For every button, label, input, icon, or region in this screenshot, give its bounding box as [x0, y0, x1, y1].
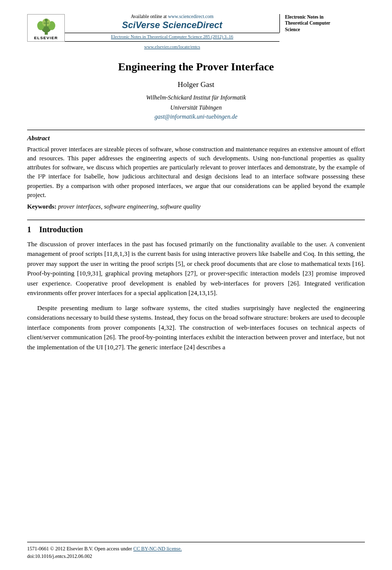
- footer-copyright: © 2012 Elsevier B.V. Open access under: [50, 546, 132, 551]
- section-title-introduction: 1 Introduction: [27, 225, 365, 234]
- section-introduction: 1 Introduction The discussion of prover …: [27, 220, 365, 352]
- header: ELSEVIER Available online at www.science…: [27, 14, 365, 49]
- sciverse-title: SciVerse ScienceDirect: [122, 20, 222, 31]
- abstract-text: Practical prover interfaces are sizeable…: [27, 145, 365, 200]
- journal-title: Electronic Notes inTheoretical ComputerS…: [285, 14, 365, 33]
- elsevier-tree-icon: [34, 17, 59, 36]
- section-number: 1: [27, 225, 31, 234]
- paper-email: gast@informatik.uni-tuebingen.de: [27, 113, 365, 121]
- keywords-line: Keywords: prover interfaces, software en…: [27, 203, 365, 211]
- intro-paragraph-2: Despite presenting medium to large softw…: [27, 303, 365, 352]
- svg-point-5: [45, 19, 48, 22]
- footer: 1571-0661 © 2012 Elsevier B.V. Open acce…: [27, 542, 365, 560]
- keywords-text: prover interfaces, software engineering,…: [58, 203, 201, 210]
- paper-title-section: Engineering the Prover Interface Holger …: [27, 60, 365, 121]
- journal-line: Electronic Notes in Theoretical Computer…: [111, 34, 233, 39]
- footer-license-link[interactable]: CC BY-NC-ND license.: [133, 546, 181, 551]
- paper-author: Holger Gast: [27, 80, 365, 89]
- abstract-title: Abstract: [27, 134, 365, 142]
- header-center: Available online at www.sciencedirect.co…: [65, 14, 279, 49]
- paper-affiliation-line2: Universität Tübingen: [27, 103, 365, 112]
- section-title-text: Introduction: [39, 225, 83, 234]
- sciencedirect-link[interactable]: www.sciencedirect.com: [168, 14, 214, 19]
- elsevier-logo: ELSEVIER: [27, 14, 65, 42]
- available-online-text: Available online at www.sciencedirect.co…: [131, 14, 214, 19]
- abstract-section: Abstract Practical prover interfaces are…: [27, 130, 365, 211]
- keywords-label: Keywords:: [27, 203, 56, 210]
- paper-title: Engineering the Prover Interface: [27, 60, 365, 73]
- header-right: Electronic Notes inTheoretical ComputerS…: [279, 14, 365, 33]
- paper-affiliation-line1: Wilhelm-Schickard Institut für Informati…: [27, 93, 365, 102]
- intro-paragraph-1: The discussion of prover interfaces in t…: [27, 239, 365, 298]
- page: ELSEVIER Available online at www.science…: [0, 0, 392, 570]
- footer-issn: 1571-0661: [27, 546, 49, 551]
- footer-doi: doi:10.1016/j.entcs.2012.06.002: [27, 553, 92, 559]
- elsevier-label: ELSEVIER: [34, 36, 58, 40]
- elsevier-url[interactable]: www.elsevier.com/locate/entcs: [144, 44, 200, 49]
